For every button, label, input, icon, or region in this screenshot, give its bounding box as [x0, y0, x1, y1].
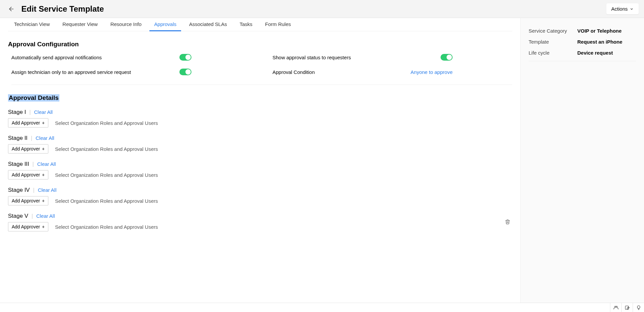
stage-name: Stage II — [8, 135, 28, 142]
approver-placeholder: Select Organization Roles and Approval U… — [55, 146, 158, 152]
side-label: Service Category — [529, 28, 572, 34]
stage-name: Stage I — [8, 109, 26, 116]
actions-label: Actions — [611, 6, 628, 12]
clear-all-link[interactable]: Clear All — [34, 109, 53, 115]
config-row-show-status: Show approval status to requesters — [272, 54, 453, 61]
stage-1: Stage I | Clear All Add Approver + Selec… — [8, 109, 512, 128]
tabs: Technician View Requester View Resource … — [8, 18, 512, 31]
add-approver-button[interactable]: Add Approver + — [8, 144, 48, 154]
approval-details-title: Approval Details — [8, 94, 59, 102]
chevron-down-icon — [630, 7, 634, 11]
stage-4: Stage IV | Clear All Add Approver + Sele… — [8, 187, 512, 205]
clear-all-link[interactable]: Clear All — [36, 213, 55, 219]
config-row-assign-tech: Assign technician only to an approved se… — [11, 69, 191, 75]
main-panel: Technician View Requester View Resource … — [0, 18, 521, 303]
add-approver-label: Add Approver — [12, 198, 40, 203]
clear-all-link[interactable]: Clear All — [36, 135, 54, 141]
add-approver-label: Add Approver — [12, 120, 40, 126]
config-label: Automatically send approval notification… — [11, 55, 102, 60]
config-label: Approval Condition — [272, 69, 315, 75]
config-row-approval-condition: Approval Condition Anyone to approve — [272, 69, 453, 75]
stage-2: Stage II | Clear All Add Approver + Sele… — [8, 135, 512, 154]
config-label: Show approval status to requesters — [272, 55, 351, 60]
tab-form-rules[interactable]: Form Rules — [264, 18, 292, 31]
config-grid: Automatically send approval notification… — [11, 54, 512, 85]
toggle-assign-tech[interactable] — [179, 69, 191, 75]
tab-associated-slas[interactable]: Associated SLAs — [188, 18, 228, 31]
top-left: Edit Service Template — [5, 3, 104, 15]
side-value: VOIP or Telephone — [577, 28, 636, 34]
stage-5: Stage V | Clear All Add Approver + Selec… — [8, 213, 512, 231]
stage-name: Stage V — [8, 213, 28, 219]
config-row-auto-notify: Automatically send approval notification… — [11, 54, 191, 61]
approver-placeholder: Select Organization Roles and Approval U… — [55, 198, 158, 204]
side-info-group: Service Category VOIP or Telephone Templ… — [529, 25, 636, 61]
tab-approvals[interactable]: Approvals — [153, 18, 178, 31]
back-button[interactable] — [5, 3, 17, 15]
trash-icon — [505, 219, 510, 225]
config-label: Assign technician only to an approved se… — [11, 69, 131, 75]
stage-name: Stage III — [8, 161, 29, 167]
separator: | — [33, 187, 34, 193]
side-value: Request an iPhone — [577, 39, 636, 45]
add-approver-label: Add Approver — [12, 172, 40, 177]
approval-condition-link[interactable]: Anyone to approve — [411, 69, 453, 75]
plus-icon: + — [42, 146, 45, 152]
plus-icon: + — [42, 120, 45, 126]
side-panel: Service Category VOIP or Telephone Templ… — [521, 18, 644, 303]
toggle-auto-notify[interactable] — [179, 54, 191, 61]
tab-requester-view[interactable]: Requester View — [61, 18, 99, 31]
plus-icon: + — [42, 172, 45, 177]
side-label: Life cycle — [529, 50, 572, 56]
stage-3: Stage III | Clear All Add Approver + Sel… — [8, 161, 512, 179]
side-row-template: Template Request an iPhone — [529, 36, 636, 47]
add-approver-label: Add Approver — [12, 146, 40, 152]
add-approver-label: Add Approver — [12, 224, 40, 229]
clear-all-link[interactable]: Clear All — [38, 187, 56, 193]
separator: | — [29, 109, 31, 115]
delete-stage-button[interactable] — [505, 219, 510, 226]
side-value: Device request — [577, 50, 636, 56]
side-row-life-cycle: Life cycle Device request — [529, 47, 636, 58]
toggle-show-status[interactable] — [441, 54, 453, 61]
actions-dropdown[interactable]: Actions — [606, 3, 639, 14]
plus-icon: + — [42, 198, 45, 203]
layout: Technician View Requester View Resource … — [0, 18, 644, 303]
add-approver-button[interactable]: Add Approver + — [8, 170, 48, 179]
clear-all-link[interactable]: Clear All — [37, 161, 56, 167]
side-row-service-category: Service Category VOIP or Telephone — [529, 25, 636, 36]
tab-resource-info[interactable]: Resource Info — [109, 18, 143, 31]
tab-tasks[interactable]: Tasks — [238, 18, 253, 31]
side-label: Template — [529, 39, 572, 45]
stage-name: Stage IV — [8, 187, 30, 193]
plus-icon: + — [42, 224, 45, 229]
separator: | — [32, 161, 34, 167]
add-approver-button[interactable]: Add Approver + — [8, 222, 48, 231]
approver-placeholder: Select Organization Roles and Approval U… — [55, 172, 158, 178]
approver-placeholder: Select Organization Roles and Approval U… — [55, 120, 158, 126]
separator: | — [31, 135, 32, 141]
add-approver-button[interactable]: Add Approver + — [8, 118, 48, 128]
approval-config-title: Approval Configuration — [8, 41, 512, 48]
tab-technician-view[interactable]: Technician View — [13, 18, 51, 31]
add-approver-button[interactable]: Add Approver + — [8, 196, 48, 205]
approver-placeholder: Select Organization Roles and Approval U… — [55, 224, 158, 230]
top-bar: Edit Service Template Actions — [0, 0, 644, 18]
page-title: Edit Service Template — [21, 4, 104, 14]
arrow-left-icon — [8, 6, 15, 12]
separator: | — [32, 213, 33, 219]
